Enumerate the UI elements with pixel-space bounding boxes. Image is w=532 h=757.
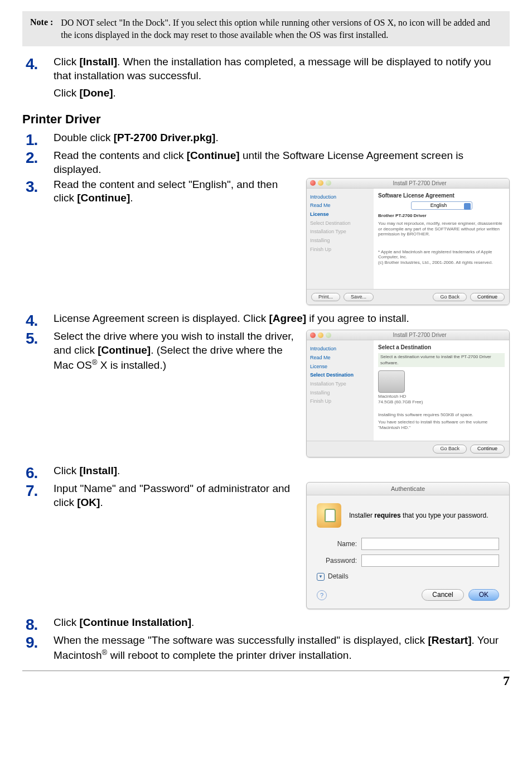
go-back-button[interactable]: Go Back bbox=[433, 445, 467, 454]
authenticate-dialog: Authenticate Installer requires that you… bbox=[306, 482, 510, 609]
step-number: 6. bbox=[22, 464, 54, 481]
text: . bbox=[191, 616, 194, 628]
lock-icon bbox=[317, 503, 341, 528]
ok-button[interactable]: OK bbox=[468, 589, 499, 601]
print-button[interactable]: Print... bbox=[311, 293, 340, 302]
auth-title: Authenticate bbox=[307, 483, 509, 495]
volume-name: Macintosh HD bbox=[378, 394, 505, 399]
license-text-2: * Apple and Macintosh are registered tra… bbox=[378, 249, 505, 266]
close-icon[interactable] bbox=[310, 180, 316, 186]
step-number: 4. bbox=[22, 312, 54, 329]
install-keyword: [Install] bbox=[79, 56, 117, 67]
continue-installation-keyword: [Continue Installation] bbox=[79, 616, 191, 628]
installer-dialog-destination: Install PT-2700 Driver Introduction Read… bbox=[306, 330, 510, 457]
text: X is installed.) bbox=[97, 359, 166, 371]
step-body: When the message "The software was succe… bbox=[54, 634, 510, 663]
volume-icon[interactable] bbox=[378, 370, 405, 393]
step-body: Double click [PT-2700 Driver.pkg]. bbox=[54, 131, 510, 145]
printer-driver-heading: Printer Driver bbox=[22, 112, 510, 127]
text: Click bbox=[54, 616, 79, 628]
registered-mark: ® bbox=[102, 648, 108, 657]
sidebar-item-introduction: Introduction bbox=[310, 345, 370, 354]
auth-message: Installer requires that you type your pa… bbox=[349, 512, 488, 520]
dialog-sidebar: Introduction Read Me License Select Dest… bbox=[307, 189, 374, 289]
dialog-main: Select a Destination Select a destinatio… bbox=[374, 340, 509, 441]
text: . bbox=[117, 465, 120, 476]
step-number: 2. bbox=[22, 149, 54, 166]
space-required-text: Installing this software requires 503KB … bbox=[378, 412, 505, 418]
help-icon[interactable]: ? bbox=[317, 590, 327, 600]
text: . bbox=[215, 132, 218, 143]
sidebar-item-license: License bbox=[310, 210, 370, 219]
step-text: Input "Name" and "Password" of administr… bbox=[54, 482, 298, 509]
installer-dialog-license: Install PT-2700 Driver Introduction Read… bbox=[306, 178, 510, 306]
cancel-button[interactable]: Cancel bbox=[422, 589, 463, 601]
sidebar-item-installation-type: Installation Type bbox=[310, 228, 370, 237]
name-field[interactable] bbox=[361, 538, 499, 550]
note-text: DO NOT select "In the Dock". If you sele… bbox=[61, 17, 502, 41]
page-number: 7 bbox=[22, 671, 510, 688]
password-label: Password: bbox=[317, 557, 361, 566]
text: will reboot to complete the printer driv… bbox=[107, 650, 351, 662]
dialog-main: Software License Agreement English Broth… bbox=[374, 189, 509, 289]
continue-button[interactable]: Continue bbox=[470, 445, 505, 454]
zoom-icon bbox=[326, 180, 331, 186]
save-button[interactable]: Save... bbox=[344, 293, 374, 302]
language-select[interactable]: English bbox=[378, 201, 505, 210]
sidebar-item-readme: Read Me bbox=[310, 201, 370, 210]
sidebar-item-readme: Read Me bbox=[310, 354, 370, 363]
step-body: Select the drive where you wish to insta… bbox=[54, 330, 510, 457]
step-body: Input "Name" and "Password" of administr… bbox=[54, 482, 510, 609]
text: Click bbox=[54, 56, 79, 67]
dialog-heading: Select a Destination bbox=[378, 344, 505, 351]
step-number: 8. bbox=[22, 616, 54, 633]
restart-keyword: [Restart] bbox=[428, 634, 471, 646]
text: Double click bbox=[54, 132, 114, 143]
step-9: 9. When the message "The software was su… bbox=[22, 634, 510, 663]
continue-keyword: [Continue] bbox=[187, 150, 240, 161]
done-keyword: [Done] bbox=[79, 87, 113, 99]
details-disclosure[interactable]: ▼ Details bbox=[317, 572, 499, 581]
step-text: Select the drive where you wish to insta… bbox=[54, 330, 298, 372]
text: Click bbox=[54, 87, 79, 99]
sidebar-item-installation-type: Installation Type bbox=[310, 380, 370, 389]
text: . bbox=[130, 192, 133, 204]
note-label: Note : bbox=[30, 17, 53, 27]
step-2: 2. Read the contents and click [Continue… bbox=[22, 149, 510, 176]
step-body: License Agreement screen is displayed. C… bbox=[54, 312, 510, 326]
step-number: 5. bbox=[22, 330, 54, 346]
minimize-icon[interactable] bbox=[318, 180, 323, 186]
go-back-button[interactable]: Go Back bbox=[433, 293, 467, 302]
text: . bbox=[113, 87, 116, 99]
text: Click bbox=[54, 465, 79, 476]
dialog-button-row: Print... Save... Go Back Continue bbox=[307, 289, 509, 305]
selected-volume-text: You have selected to install this softwa… bbox=[378, 420, 505, 430]
close-icon[interactable] bbox=[310, 332, 316, 338]
dialog-heading: Software License Agreement bbox=[378, 192, 505, 199]
sidebar-item-finish-up: Finish Up bbox=[310, 397, 370, 406]
password-field[interactable] bbox=[361, 555, 499, 567]
install-keyword: [Install] bbox=[79, 465, 117, 476]
sidebar-item-installing: Installing bbox=[310, 389, 370, 398]
step-number: 1. bbox=[22, 131, 54, 148]
minimize-icon[interactable] bbox=[318, 332, 323, 338]
step-6: 6. Click [Install]. bbox=[22, 464, 510, 481]
step-body: Click [Install]. bbox=[54, 464, 510, 478]
name-label: Name: bbox=[317, 540, 361, 549]
step-5: 5. Select the drive where you wish to in… bbox=[22, 330, 510, 457]
sidebar-item-installing: Installing bbox=[310, 237, 370, 245]
dialog-titlebar: Install PT-2700 Driver bbox=[307, 179, 509, 189]
text: if you agree to install. bbox=[306, 312, 409, 324]
disclosure-triangle-icon: ▼ bbox=[317, 573, 325, 581]
step-body: Read the content and select "English", a… bbox=[54, 178, 510, 306]
license-text-1: You may not reproduce, modify, reverse e… bbox=[378, 221, 505, 237]
text: When the message "The software was succe… bbox=[54, 634, 428, 646]
continue-button[interactable]: Continue bbox=[470, 293, 505, 302]
text: License Agreement screen is displayed. C… bbox=[54, 312, 269, 324]
step-number: 4. bbox=[22, 55, 54, 72]
license-dialog-screenshot: Install PT-2700 Driver Introduction Read… bbox=[303, 178, 510, 306]
step-7: 7. Input "Name" and "Password" of admini… bbox=[22, 482, 510, 609]
authenticate-dialog-screenshot: Authenticate Installer requires that you… bbox=[303, 482, 510, 609]
sidebar-item-select-destination: Select Destination bbox=[310, 371, 370, 380]
registered-mark: ® bbox=[92, 358, 98, 367]
